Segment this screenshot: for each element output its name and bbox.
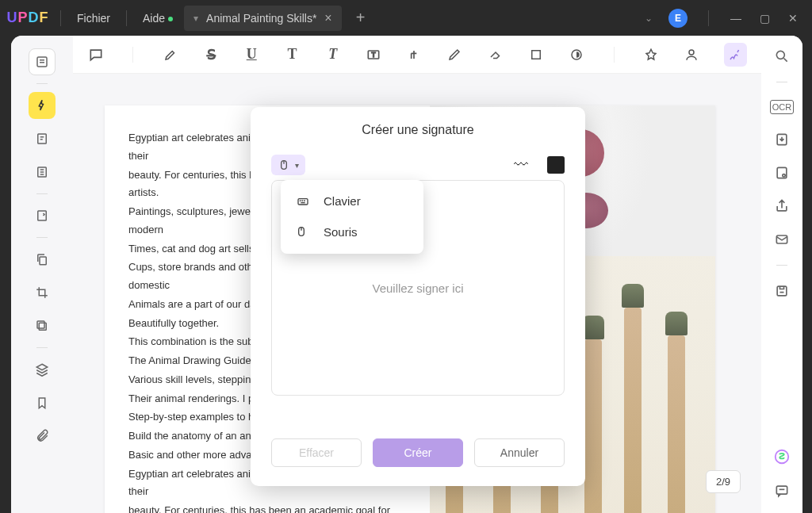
svg-text:T: T (371, 51, 375, 59)
option-mouse[interactable]: Souris (281, 216, 423, 247)
pencil-icon[interactable] (446, 46, 463, 63)
svg-line-18 (784, 59, 787, 62)
ocr-icon[interactable]: OCR (770, 100, 794, 114)
person-icon[interactable] (684, 46, 700, 63)
caret-down-icon: ▾ (295, 161, 299, 170)
user-avatar[interactable]: E (668, 9, 688, 28)
strikethrough-icon[interactable]: S̶ (202, 46, 219, 63)
insert-text-icon[interactable] (406, 46, 423, 63)
textbox-icon[interactable]: T (365, 46, 381, 63)
color-swatch[interactable] (547, 156, 565, 174)
logo-icon[interactable] (773, 448, 791, 465)
signature-tool-icon[interactable] (724, 43, 747, 67)
text-callout-icon[interactable]: T (324, 46, 341, 63)
modal-title: Créer une signature (271, 123, 565, 137)
svg-point-29 (300, 201, 301, 201)
highlight-tool-icon[interactable] (162, 46, 178, 63)
search-icon[interactable] (774, 48, 790, 64)
svg-rect-14 (532, 50, 541, 59)
svg-rect-28 (298, 198, 308, 204)
pin-icon[interactable] (643, 46, 660, 63)
stroke-style-icon[interactable]: 〰 (514, 157, 528, 174)
svg-rect-8 (38, 211, 47, 220)
svg-point-30 (302, 201, 303, 201)
option-keyboard[interactable]: Clavier (281, 186, 423, 216)
svg-rect-23 (777, 286, 787, 296)
workspace: S̶ U T T T OCR Egyptian art celebrates a… (11, 36, 802, 513)
page-indicator[interactable]: 2/9 (706, 470, 741, 493)
copy-icon[interactable] (29, 246, 56, 273)
cancel-button[interactable]: Annuler (474, 438, 565, 467)
svg-rect-11 (37, 321, 44, 328)
svg-point-17 (776, 51, 784, 59)
annotation-toolbar: S̶ U T T T (73, 36, 761, 74)
save-icon[interactable] (774, 283, 790, 299)
new-tab-button[interactable]: + (356, 9, 366, 27)
menu-help[interactable]: Aide (132, 12, 176, 25)
mouse-icon (295, 224, 312, 239)
minimize-button[interactable]: — (730, 12, 742, 25)
maximize-button[interactable]: ▢ (758, 12, 771, 25)
underline-icon[interactable]: U (243, 46, 260, 63)
share-icon[interactable] (774, 198, 790, 214)
mail-icon[interactable] (774, 232, 790, 247)
convert-icon[interactable] (774, 132, 790, 147)
tab-title: Animal Painting Skills* (206, 12, 316, 25)
lock-icon[interactable] (774, 165, 790, 181)
stamp-icon[interactable] (568, 46, 584, 63)
layers-icon[interactable] (29, 356, 56, 383)
signature-modal: Créer une signature ▾ 〰 Veuillez signer … (251, 107, 585, 486)
edit-page-icon[interactable] (29, 125, 56, 152)
right-sidebar: OCR (761, 36, 802, 513)
shape-icon[interactable] (527, 46, 544, 63)
attachment-icon[interactable] (29, 423, 56, 450)
titlebar: UPDF Fichier Aide ▾ Animal Painting Skil… (0, 0, 812, 36)
menu-file[interactable]: Fichier (66, 12, 121, 25)
app-logo: UPDF (0, 10, 56, 26)
tab-dropdown-icon[interactable]: ▾ (193, 13, 198, 24)
mouse-icon (278, 159, 290, 171)
svg-point-21 (783, 174, 785, 177)
input-method-selector[interactable]: ▾ (271, 155, 305, 175)
svg-rect-24 (776, 486, 787, 494)
svg-rect-9 (40, 257, 46, 265)
duplicate-icon[interactable] (29, 312, 56, 339)
form-icon[interactable] (29, 202, 56, 229)
bookmark-icon[interactable] (29, 389, 56, 416)
svg-point-31 (304, 201, 305, 201)
chevron-down-icon[interactable]: ⌄ (645, 13, 653, 24)
keyboard-icon (295, 195, 312, 208)
highlighter-icon[interactable] (29, 92, 56, 119)
create-button[interactable]: Créer (373, 438, 463, 467)
thumbnails-icon[interactable] (29, 48, 56, 75)
svg-rect-10 (39, 323, 46, 330)
chat-icon[interactable] (774, 483, 790, 499)
svg-point-16 (689, 50, 694, 55)
close-button[interactable]: ✕ (787, 12, 799, 25)
document-tab[interactable]: ▾ Animal Painting Skills* × (184, 6, 342, 31)
left-sidebar (11, 36, 73, 513)
comment-icon[interactable] (87, 46, 104, 63)
crop-icon[interactable] (29, 279, 56, 306)
tab-close-icon[interactable]: × (324, 11, 331, 25)
eraser-icon[interactable] (487, 46, 504, 63)
text-tool-icon[interactable]: T (284, 46, 301, 63)
pages-icon[interactable] (29, 159, 56, 186)
input-method-dropdown: Clavier Souris (281, 180, 423, 254)
clear-button[interactable]: Effacer (271, 438, 362, 467)
